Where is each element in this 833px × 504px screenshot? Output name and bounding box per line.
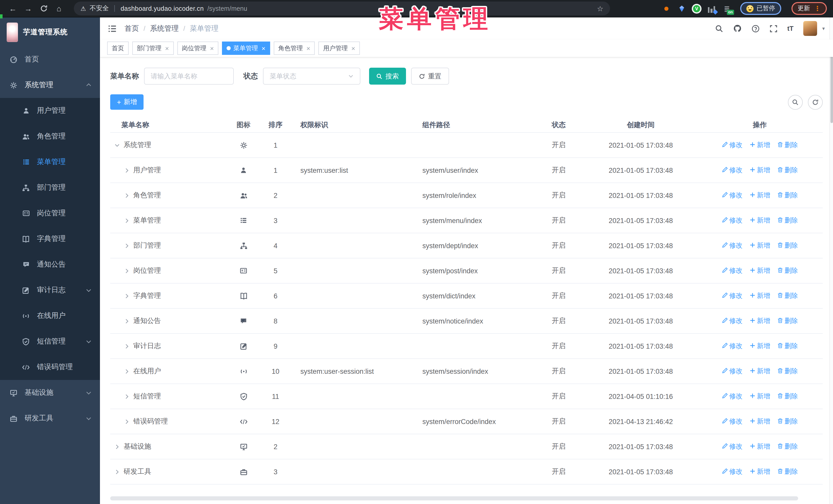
tag-close-icon[interactable]: × xyxy=(307,45,310,51)
edit-link[interactable]: 修改 xyxy=(721,141,742,150)
delete-link[interactable]: 删除 xyxy=(777,341,798,351)
edit-link[interactable]: 修改 xyxy=(721,467,742,476)
tag-item[interactable]: 角色管理× xyxy=(274,42,315,55)
browser-reload-icon[interactable] xyxy=(36,2,51,16)
edit-link[interactable]: 修改 xyxy=(721,367,742,376)
bookmark-star-icon[interactable]: ☆ xyxy=(597,4,603,13)
sidebar-item[interactable]: 研发工具 xyxy=(0,406,100,431)
add-child-link[interactable]: 新增 xyxy=(749,141,770,150)
tag-close-icon[interactable]: × xyxy=(165,45,169,51)
caret-right-icon[interactable] xyxy=(114,444,120,449)
vertical-scrollbar[interactable] xyxy=(829,18,833,504)
browser-home-icon[interactable]: ⌂ xyxy=(51,2,67,16)
caret-right-icon[interactable] xyxy=(124,243,130,248)
add-child-link[interactable]: 新增 xyxy=(749,442,770,451)
fullscreen-icon[interactable] xyxy=(769,24,777,32)
more-vertical-icon[interactable]: ⋮ xyxy=(814,5,821,12)
breadcrumb-item[interactable]: 系统管理 xyxy=(150,24,178,33)
delete-link[interactable]: 删除 xyxy=(777,417,798,426)
sidebar-item[interactable]: 审计日志 xyxy=(0,278,100,303)
delete-link[interactable]: 删除 xyxy=(777,141,798,150)
add-child-link[interactable]: 新增 xyxy=(749,266,770,275)
edit-link[interactable]: 修改 xyxy=(721,241,742,250)
caret-right-icon[interactable] xyxy=(124,193,130,198)
menu-name-input[interactable]: 请输入菜单名称 xyxy=(144,68,234,85)
add-child-link[interactable]: 新增 xyxy=(749,241,770,250)
search-button[interactable]: 搜索 xyxy=(369,68,406,85)
edit-link[interactable]: 修改 xyxy=(721,341,742,351)
ext-blue-gem-icon[interactable] xyxy=(678,4,686,13)
sidebar-item[interactable]: 菜单管理 xyxy=(0,149,100,175)
caret-right-icon[interactable] xyxy=(124,343,130,349)
tag-close-icon[interactable]: × xyxy=(261,45,265,51)
add-child-link[interactable]: 新增 xyxy=(749,467,770,476)
reset-button[interactable]: 重置 xyxy=(411,68,449,85)
edit-link[interactable]: 修改 xyxy=(721,266,742,275)
caret-right-icon[interactable] xyxy=(124,393,130,399)
ext-columns-icon[interactable] xyxy=(708,4,716,13)
add-child-link[interactable]: 新增 xyxy=(749,191,770,200)
font-size-icon[interactable]: tT xyxy=(787,25,793,32)
caret-right-icon[interactable] xyxy=(124,318,130,324)
add-child-link[interactable]: 新增 xyxy=(749,341,770,351)
edit-link[interactable]: 修改 xyxy=(721,191,742,200)
github-icon[interactable] xyxy=(733,24,741,33)
edit-link[interactable]: 修改 xyxy=(721,417,742,426)
edit-link[interactable]: 修改 xyxy=(721,442,742,451)
sidebar-item[interactable]: 字典管理 xyxy=(0,226,100,252)
sidebar-item[interactable]: 在线用户 xyxy=(0,303,100,329)
add-child-link[interactable]: 新增 xyxy=(749,166,770,175)
tag-close-icon[interactable]: × xyxy=(210,45,214,51)
address-bar[interactable]: ⚠ 不安全 dashboard.yudao.iocoder.cn/system/… xyxy=(74,2,610,16)
avatar-caret-down-icon[interactable]: ▾ xyxy=(822,26,825,31)
sidebar-item[interactable]: 部门管理 xyxy=(0,175,100,200)
sidebar-item[interactable]: 系统管理 xyxy=(0,72,100,98)
edit-link[interactable]: 修改 xyxy=(721,291,742,301)
add-child-link[interactable]: 新增 xyxy=(749,316,770,326)
caret-down-icon[interactable] xyxy=(114,142,120,148)
ext-orange-donut-icon[interactable] xyxy=(662,4,670,13)
ext-green-check-icon[interactable]: V xyxy=(693,5,700,12)
ext-proxy-on-icon[interactable]: ≣on xyxy=(723,4,731,13)
delete-link[interactable]: 删除 xyxy=(777,166,798,175)
sidebar-item[interactable]: 短信管理 xyxy=(0,329,100,354)
caret-right-icon[interactable] xyxy=(124,418,130,424)
sidebar-item[interactable]: 用户管理 xyxy=(0,98,100,124)
browser-forward-icon[interactable]: → xyxy=(21,2,36,16)
add-child-link[interactable]: 新增 xyxy=(749,392,770,401)
delete-link[interactable]: 删除 xyxy=(777,442,798,451)
delete-link[interactable]: 删除 xyxy=(777,316,798,326)
add-button[interactable]: + 新增 xyxy=(110,94,144,110)
add-child-link[interactable]: 新增 xyxy=(749,216,770,225)
search-icon[interactable] xyxy=(715,24,723,32)
edit-link[interactable]: 修改 xyxy=(721,316,742,326)
delete-link[interactable]: 删除 xyxy=(777,467,798,476)
edit-link[interactable]: 修改 xyxy=(721,216,742,225)
toggle-search-button[interactable] xyxy=(788,95,803,110)
help-icon[interactable] xyxy=(751,24,759,32)
scrollbar-thumb[interactable] xyxy=(830,46,833,123)
tag-item[interactable]: 用户管理× xyxy=(318,42,360,55)
sidebar-item[interactable]: 通知公告 xyxy=(0,252,100,278)
caret-right-icon[interactable] xyxy=(124,167,130,173)
tag-item[interactable]: 岗位管理× xyxy=(177,42,218,55)
caret-right-icon[interactable] xyxy=(124,368,130,374)
browser-back-icon[interactable]: ← xyxy=(5,2,21,16)
delete-link[interactable]: 删除 xyxy=(777,367,798,376)
add-child-link[interactable]: 新增 xyxy=(749,291,770,301)
delete-link[interactable]: 删除 xyxy=(777,392,798,401)
hamburger-icon[interactable] xyxy=(108,24,117,33)
tag-item[interactable]: 部门管理× xyxy=(132,42,173,55)
tag-active[interactable]: 菜单管理× xyxy=(222,42,270,55)
horizontal-scrollbar[interactable] xyxy=(110,496,798,500)
sidebar-item[interactable]: 基础设施 xyxy=(0,380,100,406)
status-select[interactable]: 菜单状态 xyxy=(263,68,360,85)
edit-link[interactable]: 修改 xyxy=(721,392,742,401)
delete-link[interactable]: 删除 xyxy=(777,191,798,200)
browser-update-button[interactable]: 更新 ⋮ xyxy=(791,2,827,15)
delete-link[interactable]: 删除 xyxy=(777,216,798,225)
tag-close-icon[interactable]: × xyxy=(351,45,355,51)
sidebar-item[interactable]: 错误码管理 xyxy=(0,354,100,380)
delete-link[interactable]: 删除 xyxy=(777,241,798,250)
delete-link[interactable]: 删除 xyxy=(777,266,798,275)
